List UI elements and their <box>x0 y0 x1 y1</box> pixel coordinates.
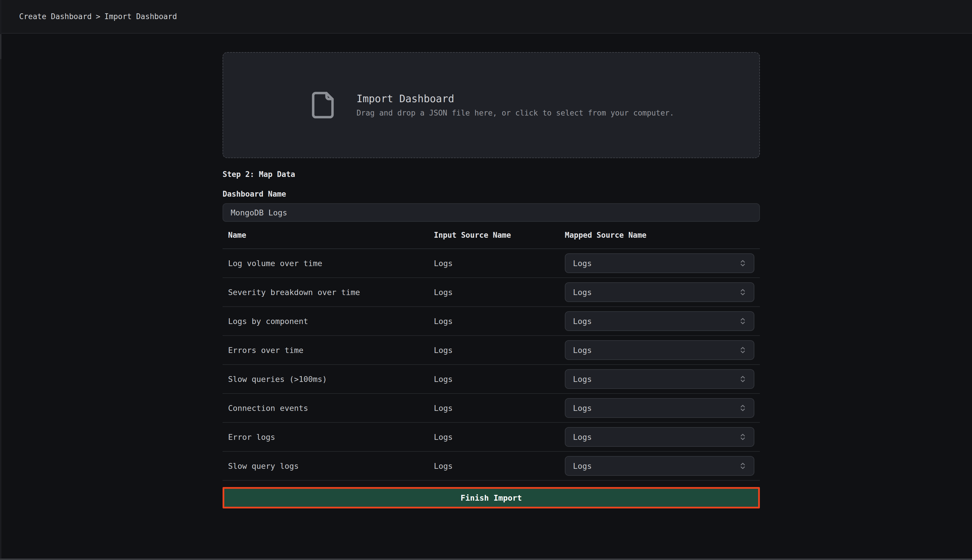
finish-import-button[interactable]: Finish Import <box>223 487 760 508</box>
window-bottom-edge <box>0 558 972 560</box>
select-value: Logs <box>573 259 592 268</box>
mapped-source-select[interactable]: Logs <box>565 311 755 331</box>
row-input-source: Logs <box>434 317 565 326</box>
dropzone-subtitle: Drag and drop a JSON file here, or click… <box>356 108 674 118</box>
select-value: Logs <box>573 375 592 384</box>
dashboard-name-label: Dashboard Name <box>223 189 760 198</box>
dropzone-title: Import Dashboard <box>356 92 674 105</box>
top-bar: Create Dashboard>Import Dashboard <box>0 0 972 33</box>
select-value: Logs <box>573 403 592 413</box>
table-row: Log volume over time Logs Logs <box>223 249 760 278</box>
chevrons-up-down-icon <box>739 374 747 384</box>
table-row: Errors over time Logs Logs <box>223 336 760 365</box>
breadcrumb: Create Dashboard>Import Dashboard <box>19 12 177 21</box>
mapped-source-select[interactable]: Logs <box>565 369 755 389</box>
row-name: Logs by component <box>228 317 434 326</box>
select-value: Logs <box>573 462 592 470</box>
table-row: Severity breakdown over time Logs Logs <box>223 278 760 307</box>
mapped-source-select[interactable]: Logs <box>565 398 755 418</box>
chevrons-up-down-icon <box>739 317 747 326</box>
row-input-source: Logs <box>434 288 565 297</box>
row-name: Error logs <box>228 433 434 442</box>
select-value: Logs <box>573 433 592 442</box>
row-input-source: Logs <box>434 462 565 470</box>
row-name: Log volume over time <box>228 259 434 268</box>
mapping-table: Name Input Source Name Mapped Source Nam… <box>223 222 760 481</box>
select-value: Logs <box>573 288 592 297</box>
select-value: Logs <box>573 317 592 326</box>
dropzone-text: Import Dashboard Drag and drop a JSON fi… <box>356 92 674 118</box>
chevrons-up-down-icon <box>739 461 747 470</box>
table-row: Connection events Logs Logs <box>223 394 760 423</box>
table-row: Slow query logs Logs Logs <box>223 452 760 481</box>
row-input-source: Logs <box>434 259 565 268</box>
row-name: Slow query logs <box>228 462 434 470</box>
mapped-source-select[interactable]: Logs <box>565 340 755 360</box>
breadcrumb-create-dashboard[interactable]: Create Dashboard <box>19 12 92 21</box>
chevrons-up-down-icon <box>739 345 747 355</box>
chevrons-up-down-icon <box>739 258 747 268</box>
chevrons-up-down-icon <box>739 403 747 413</box>
mapped-source-select[interactable]: Logs <box>565 427 755 447</box>
dashboard-name-input[interactable] <box>223 203 760 222</box>
mapped-source-select[interactable]: Logs <box>565 282 755 302</box>
breadcrumb-import-dashboard: Import Dashboard <box>104 12 177 21</box>
main-content: Import Dashboard Drag and drop a JSON fi… <box>223 52 760 508</box>
row-name: Connection events <box>228 403 434 413</box>
table-row: Slow queries (>100ms) Logs Logs <box>223 365 760 394</box>
mapped-source-select[interactable]: Logs <box>565 456 755 476</box>
row-name: Errors over time <box>228 346 434 355</box>
row-input-source: Logs <box>434 346 565 355</box>
mapped-source-select[interactable]: Logs <box>565 253 755 273</box>
table-row: Logs by component Logs Logs <box>223 307 760 336</box>
column-header-input-source: Input Source Name <box>434 231 565 240</box>
file-icon <box>308 91 337 120</box>
step-heading: Step 2: Map Data <box>223 170 760 179</box>
row-name: Slow queries (>100ms) <box>228 375 434 384</box>
chevrons-up-down-icon <box>739 432 747 442</box>
row-input-source: Logs <box>434 403 565 413</box>
column-header-mapped-source: Mapped Source Name <box>565 231 755 240</box>
breadcrumb-separator: > <box>95 12 100 21</box>
row-input-source: Logs <box>434 375 565 384</box>
chevrons-up-down-icon <box>739 288 747 297</box>
table-row: Error logs Logs Logs <box>223 423 760 452</box>
scrollbar-thumb[interactable] <box>0 34 2 59</box>
row-input-source: Logs <box>434 433 565 442</box>
select-value: Logs <box>573 346 592 355</box>
file-dropzone[interactable]: Import Dashboard Drag and drop a JSON fi… <box>223 52 760 158</box>
row-name: Severity breakdown over time <box>228 288 434 297</box>
window-left-edge <box>0 0 2 560</box>
column-header-name: Name <box>228 231 434 240</box>
table-header-row: Name Input Source Name Mapped Source Nam… <box>223 222 760 249</box>
